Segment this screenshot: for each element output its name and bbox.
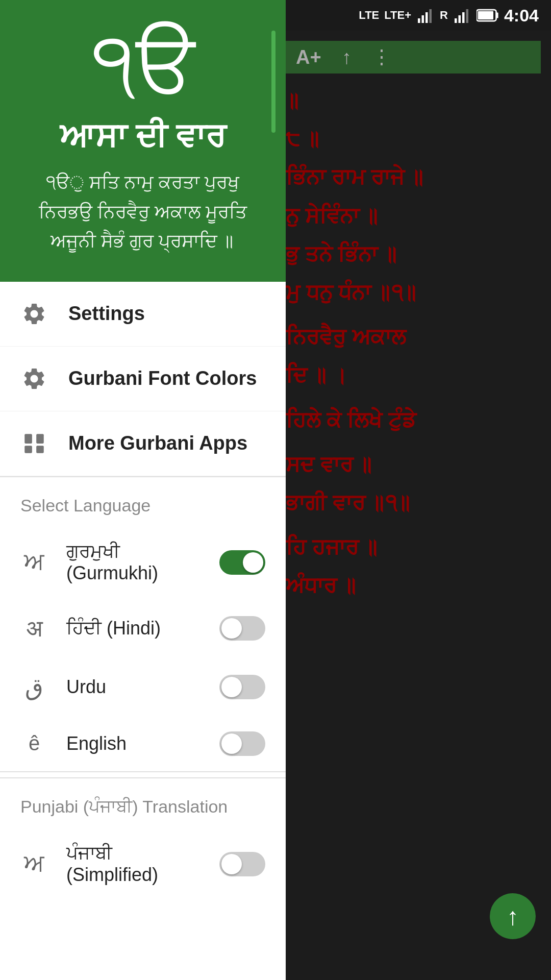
menu-item-more-gurbani-apps[interactable]: More Gurbani Apps [0,411,286,476]
signal2-icon [453,8,471,23]
bg-toolbar: A+ ↑ ⋮ [286,41,541,74]
lang-item-gurmukhi: ਅ ਗੁਰਮੁਖੀ (Gurmukhi) [0,526,286,599]
apps-icon [20,430,48,457]
bg-line-8: ਦਿ ॥ । [286,358,541,393]
translation-section: Punjabi (ਪੰਜਾਬੀ) Translation ਅ ਪੰਜਾਬੀ (S… [0,777,286,901]
urdu-label: Urdu [66,676,201,698]
punjabi-simplified-toggle-knob [221,854,242,874]
settings-icon [20,300,48,328]
menu-item-gurbani-font-colors[interactable]: Gurbani Font Colors [0,347,286,411]
drawer-menu: Settings Gurbani Font Colors More Gur [0,282,286,476]
translation-label: Punjabi (ਪੰਜਾਬੀ) Translation [0,778,286,827]
urdu-toggle-knob [221,677,242,697]
bg-line-1: ॥ [286,84,541,118]
svg-rect-15 [36,446,44,453]
hindi-toggle-knob [221,618,242,639]
lang-item-urdu: ق Urdu [0,658,286,716]
urdu-toggle[interactable] [219,675,265,699]
select-language-label: Select Language [0,477,286,526]
bg-line-2: ੮ ॥ [286,122,541,156]
hindi-toggle[interactable] [219,616,265,641]
bg-line-6: ਮੁ ਧਨੁ ਧੰਨਾ ॥੧॥ [286,276,541,310]
gurmukhi-script-icon: ਅ [20,548,48,576]
svg-rect-10 [496,13,498,18]
gurmukhi-toggle-knob [243,552,263,573]
bg-line-3: ਭਿੰਨਾ ਰਾਮ ਰਾਜੇ ॥ [286,160,541,194]
bg-line-13: ਅੰਧਾਰ ॥ [286,569,541,603]
navigation-drawer: ੧ੳ ਆਸਾ ਦੀ ਵਾਰ ੧ੳੁ ਸਤਿ ਨਾਮੁ ਕਰਤਾ ਪੁਰਖੁ ਨਿ… [0,0,286,980]
background-content: A+ ↑ ⋮ ॥ ੮ ॥ ਭਿੰਨਾ ਰਾਮ ਰਾਜੇ ॥ ਨੁ ਸੇਵਿੰਨਾ… [276,31,551,980]
svg-rect-12 [24,434,32,444]
font-size-button[interactable]: A+ [296,46,321,68]
fab-scroll-up[interactable]: ↑ [490,893,536,939]
bg-line-4: ਨੁ ਸੇਵਿੰਨਾ ॥ [286,199,541,233]
settings-label: Settings [68,303,145,325]
status-right-info: LTE LTE+ R 4:04 [359,6,539,26]
scroll-indicator[interactable] [271,31,276,133]
svg-rect-2 [422,15,424,23]
bg-line-5: ਭੁ ਤਨੇ ਭਿੰਨਾ ॥ [286,237,541,272]
lang-item-hindi: अ ਹਿੰਦੀ (Hindi) [0,599,286,658]
bg-line-9: ਹਿਲੇ ਕੇ ਲਿਖੇ ਟੁੰਡੇ [286,403,541,437]
svg-rect-11 [478,11,493,20]
gurbani-symbol: ੧ੳ [91,26,195,107]
bg-line-12: ਹਿ ਹਜਾਰ ॥ [286,530,541,565]
punjabi-simplified-label: ਪੰਜਾਬੀ (Simplified) [66,843,201,886]
lte-plus-label: LTE+ [384,9,411,22]
drawer-header: ੧ੳ ਆਸਾ ਦੀ ਵਾਰ ੧ੳੁ ਸਤਿ ਨਾਮੁ ਕਰਤਾ ਪੁਰਖੁ ਨਿ… [0,0,286,282]
more-gurbani-apps-label: More Gurbani Apps [68,432,247,454]
bg-line-11: ਭਾਗੀ ਵਾਰ ॥੧॥ [286,486,541,520]
hindi-script-icon: अ [20,615,48,643]
svg-rect-1 [418,18,420,23]
lte-label: LTE [359,9,379,22]
bg-text-content: ॥ ੮ ॥ ਭਿੰਨਾ ਰਾਮ ਰਾਜੇ ॥ ਨੁ ਸੇਵਿੰਨਾ ॥ ਭੁ ਤ… [286,84,541,603]
drawer-subtitle: ੧ੳੁ ਸਤਿ ਨਾਮੁ ਕਰਤਾ ਪੁਰਖੁ ਨਿਰਭਉ ਨਿਰਵੈਰੁ ਅਕ… [20,168,265,256]
hindi-label: ਹਿੰਦੀ (Hindi) [66,618,201,639]
bg-line-10: ਸਦ ਵਾਰ ॥ [286,448,541,482]
gurmukhi-toggle[interactable] [219,550,265,575]
r-label: R [440,9,448,22]
punjabi-simplified-toggle[interactable] [219,852,265,876]
english-toggle[interactable] [219,731,265,756]
language-section: Select Language ਅ ਗੁਰਮੁਖੀ (Gurmukhi) अ ਹ… [0,477,286,771]
svg-rect-8 [466,9,468,23]
svg-rect-7 [462,12,465,23]
lang-item-punjabi-simplified: ਅ ਪੰਜਾਬੀ (Simplified) [0,827,286,901]
gurmukhi-label: ਗੁਰਮੁਖੀ (Gurmukhi) [66,541,201,584]
more-options-button[interactable]: ⋮ [372,46,391,68]
clock: 4:04 [504,6,539,26]
scroll-up-button[interactable]: ↑ [342,46,352,68]
drawer-title: ਆਸਾ ਦੀ ਵਾਰ [60,117,226,156]
gurbani-font-colors-label: Gurbani Font Colors [68,368,257,389]
menu-item-settings[interactable]: Settings [0,282,286,347]
svg-rect-6 [458,15,461,23]
svg-rect-3 [425,12,428,23]
battery-icon [477,8,499,22]
svg-rect-14 [24,446,32,453]
font-colors-icon [20,365,48,393]
english-toggle-knob [221,733,242,754]
svg-rect-5 [455,18,457,23]
fab-icon: ↑ [507,902,519,930]
signal-icon [416,8,435,23]
translation-divider [0,771,286,772]
urdu-script-icon: ق [20,673,48,701]
english-label: English [66,733,201,754]
lang-item-english: ê English [0,716,286,771]
svg-rect-13 [36,434,44,444]
bg-line-7: ਨਿਰਵੈਰੁ ਅਕਾਲ [286,320,541,354]
punjabi-simplified-script-icon: ਅ [20,850,48,878]
english-script-icon: ê [20,732,48,755]
svg-rect-4 [430,9,432,23]
